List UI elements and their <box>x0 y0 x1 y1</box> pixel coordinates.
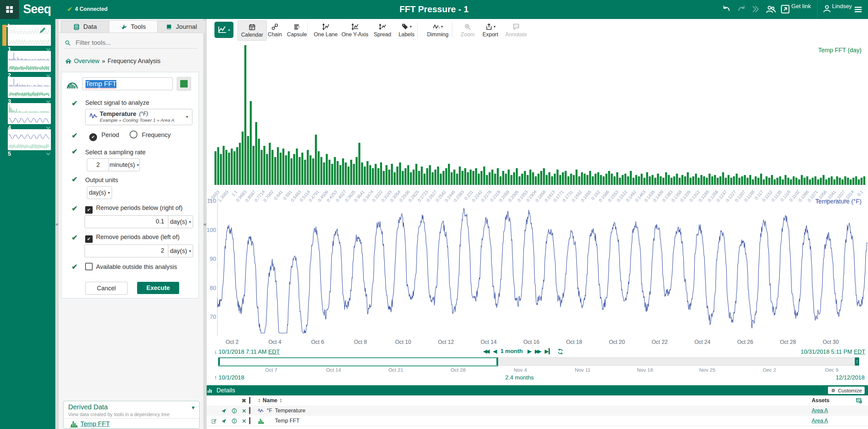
pin-icon[interactable] <box>221 408 231 414</box>
breadcrumb-overview-link[interactable]: Overview <box>74 58 99 65</box>
remove-column-icon[interactable]: ✖ <box>242 397 249 404</box>
toolbar-capsule-button[interactable]: Capsule <box>284 20 310 40</box>
row-checkbox[interactable] <box>249 417 250 424</box>
worksheet-thumbnail-5[interactable] <box>8 129 51 150</box>
investigate-end[interactable]: 12/12/2018 <box>836 374 865 381</box>
range-handle-right[interactable] <box>496 358 498 365</box>
details-row-temperature[interactable]: °F Temperature Area A <box>207 406 868 416</box>
end-datetime[interactable]: 10/31/2018 5:11 PM <box>800 349 852 355</box>
toolbar-one-y-axis-button[interactable]: One Y-Axis <box>338 20 372 40</box>
display-range-start[interactable]: ↓ 10/1/2018 7:11 AM EDT <box>214 349 280 355</box>
signal-select[interactable]: Temperature(°F) Example » Cooling Tower … <box>85 109 192 125</box>
start-timezone[interactable]: EDT <box>268 349 280 355</box>
period-radio[interactable]: ✔ <box>89 133 97 141</box>
above-checkbox[interactable]: ✔ <box>85 235 93 243</box>
info-icon[interactable] <box>231 408 242 414</box>
range-grip[interactable] <box>855 357 859 366</box>
below-checkbox[interactable]: ✔ <box>85 206 93 214</box>
result-name-input[interactable]: Temp FFT <box>82 77 173 90</box>
below-unit-select[interactable]: day(s)▾ <box>168 215 193 228</box>
sort-icon[interactable]: ▲▼ <box>258 398 261 403</box>
get-link-icon[interactable] <box>780 4 790 14</box>
investigate-range-slider[interactable] <box>218 357 859 366</box>
chevron-down-icon[interactable]: ▾ <box>192 405 194 411</box>
worksheet-thumbnail-3[interactable] <box>8 77 51 98</box>
table-settings-icon[interactable] <box>856 397 868 404</box>
row-checkbox[interactable] <box>249 407 250 414</box>
step-forward-fast-icon[interactable]: ▶▶ <box>535 348 540 354</box>
toolbar-export-button[interactable]: ▾ Export <box>477 20 504 40</box>
hamburger-menu-icon[interactable] <box>854 5 863 14</box>
customize-button[interactable]: Customize <box>828 387 865 394</box>
derived-item-link[interactable]: Temp FFT <box>80 420 110 428</box>
sort-icon[interactable]: ▲▼ <box>280 398 282 403</box>
selected-range[interactable] <box>218 357 498 366</box>
toolbar-dimming-button[interactable]: ▾ Dimming <box>421 20 455 40</box>
remove-icon[interactable] <box>242 418 249 424</box>
step-forward-icon[interactable]: ▶ <box>528 348 530 354</box>
step-to-end-icon[interactable]: ▶▎ <box>545 348 552 354</box>
collapse-panel-handle[interactable]: « <box>203 19 207 429</box>
chevron-down-icon[interactable] <box>45 151 51 157</box>
toolbar-chain-button[interactable]: Chain <box>263 20 286 40</box>
fft-bar <box>361 162 363 185</box>
sampling-value-input[interactable]: 2 <box>87 158 109 171</box>
step-back-icon[interactable]: ◀ <box>493 348 496 354</box>
filter-tools-search[interactable] <box>64 37 197 48</box>
asset-link[interactable]: Area A <box>812 418 828 424</box>
worksheet-thumbnail-2[interactable] <box>8 51 51 72</box>
collapse-left-icon: « <box>56 221 58 227</box>
start-datetime[interactable]: 10/1/2018 7:11 AM <box>219 349 266 355</box>
step-back-fast-icon[interactable]: ◀◀ <box>483 348 488 354</box>
toolbar-calendar-button[interactable]: Calendar <box>238 20 267 41</box>
user-name[interactable]: Lindsey <box>832 1 852 12</box>
toolbar-one-lane-button[interactable]: One Lane <box>311 20 341 40</box>
sampling-unit-select[interactable]: minute(s)▾ <box>109 158 140 171</box>
toolbar-labels-button[interactable]: ▾ Labels <box>393 20 420 40</box>
redo-icon[interactable] <box>737 5 746 14</box>
fft-bar-chart[interactable] <box>214 45 867 185</box>
frequency-radio[interactable] <box>130 131 137 138</box>
worksheet-label-5: 5 <box>8 151 51 157</box>
color-swatch-button[interactable] <box>177 77 191 91</box>
investigate-duration[interactable]: 2.4 months <box>505 374 534 381</box>
execute-button[interactable]: Execute <box>137 282 179 294</box>
details-row-temp-fft[interactable]: Temp FFT Area A <box>207 416 868 426</box>
output-unit-select[interactable]: day(s)▾ <box>87 186 112 199</box>
above-value-input[interactable]: 2 <box>84 245 169 257</box>
tab-tools[interactable]: Tools <box>109 20 158 33</box>
remove-icon[interactable] <box>242 408 249 413</box>
cancel-button[interactable]: Cancel <box>85 282 128 295</box>
tab-journal[interactable]: Journal <box>157 20 206 33</box>
collapse-worksheets-handle[interactable]: « <box>55 19 59 429</box>
range-handle-left[interactable] <box>218 358 220 365</box>
duration-label[interactable]: 1 month <box>501 348 523 355</box>
temperature-chart[interactable] <box>217 193 867 339</box>
fast-forward-icon[interactable] <box>751 5 760 14</box>
toolbar-spread-button[interactable]: Spread <box>369 20 396 40</box>
filter-tools-input[interactable] <box>75 39 188 47</box>
pin-icon[interactable] <box>221 418 231 424</box>
info-icon[interactable] <box>231 418 242 424</box>
view-mode-button[interactable]: ▾ <box>214 22 233 38</box>
name-column-header[interactable]: Name <box>263 397 278 404</box>
asset-link[interactable]: Area A <box>812 408 828 413</box>
users-icon[interactable] <box>766 4 776 14</box>
fft-bar <box>559 175 561 185</box>
user-icon[interactable] <box>823 4 831 13</box>
tab-data[interactable]: Data <box>61 20 110 33</box>
investigate-start-date[interactable]: 10/1/2018 <box>219 374 244 381</box>
worksheet-thumbnail-4[interactable] <box>8 103 51 124</box>
available-checkbox[interactable] <box>85 263 93 270</box>
get-link-label[interactable]: Get link <box>791 1 811 12</box>
above-unit-select[interactable]: day(s)▾ <box>168 245 193 257</box>
edit-icon[interactable] <box>207 418 221 424</box>
undo-icon[interactable] <box>722 5 731 14</box>
investigate-start[interactable]: ↑ 10/1/2018 <box>214 374 244 381</box>
select-all-checkbox[interactable] <box>249 397 250 404</box>
refresh-icon[interactable] <box>557 348 564 355</box>
end-timezone[interactable]: EDT <box>854 349 865 355</box>
below-value-input[interactable]: 0.1 <box>84 215 169 228</box>
assets-column-header[interactable]: Assets <box>812 397 856 404</box>
display-range-end[interactable]: 10/31/2018 5:11 PM EDT <box>800 349 865 355</box>
